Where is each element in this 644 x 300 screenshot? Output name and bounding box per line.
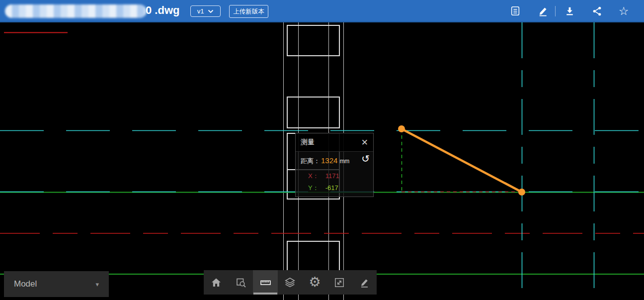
home-icon (210, 277, 222, 289)
layers-icon (284, 276, 296, 289)
share-icon[interactable] (591, 5, 603, 17)
upload-new-version-button[interactable]: 上传新版本 (229, 5, 268, 18)
distance-value: 1324 (321, 156, 337, 165)
sheet-selector-value: Model (14, 279, 37, 289)
close-icon[interactable]: ✕ (361, 138, 368, 147)
gear-icon: ⚙ (309, 276, 321, 289)
version-label: v1 (197, 7, 204, 15)
measure-endpoint-end[interactable] (518, 189, 525, 196)
caret-down-icon: ▾ (95, 281, 99, 288)
measure-popup-titlebar[interactable]: 测量 ✕ (296, 133, 373, 152)
x-coordinate-row: X：1171 (308, 170, 339, 182)
pencil-icon (358, 277, 370, 289)
download-icon[interactable] (564, 5, 575, 17)
header-divider (555, 6, 556, 16)
toolbar-annotate-button[interactable] (352, 270, 377, 295)
measure-endpoint-start[interactable] (398, 125, 405, 132)
toolbar-zoom-window-button[interactable] (229, 270, 253, 295)
sheet-selector-dropdown[interactable]: Model ▾ (4, 271, 109, 297)
y-coordinate-row: Y：-617 (308, 182, 339, 194)
toolbar-settings-button[interactable]: ⚙ (303, 270, 327, 295)
toolbar-layers-button[interactable] (278, 270, 303, 295)
reset-measure-icon[interactable]: ↺ (361, 154, 370, 164)
toolbar-fullscreen-button[interactable] (327, 270, 352, 295)
favorite-star-icon[interactable]: ☆ (618, 5, 630, 17)
distance-row: 距离： 1324 mm (301, 156, 349, 166)
dwg-viewer: 0 .dwg v1 上传新版本 (0, 0, 644, 300)
measure-popup-title: 测量 (301, 138, 315, 147)
y-label: Y： (308, 184, 319, 192)
xy-coordinates: X：1171 Y：-617 (308, 170, 339, 194)
x-label: X： (308, 172, 319, 180)
distance-unit: mm (339, 158, 349, 165)
toolbar-measure-button[interactable] (253, 270, 278, 295)
distance-label: 距离： (301, 157, 320, 166)
toolbar-home-button[interactable] (204, 270, 229, 295)
y-value: -617 (325, 184, 338, 192)
app-header: 0 .dwg v1 上传新版本 (0, 0, 644, 22)
version-dropdown[interactable]: v1 (190, 5, 221, 17)
chevron-down-icon (208, 9, 214, 13)
measure-popup: 测量 ✕ 距离： 1324 mm ↺ X：1171 Y：-617 (295, 133, 374, 197)
cyan-axis-verticals (522, 22, 594, 300)
fullscreen-icon (333, 277, 345, 289)
annotate-pencil-icon[interactable] (537, 5, 549, 17)
measure-popup-body: 距离： 1324 mm ↺ X：1171 Y：-617 (296, 152, 373, 197)
file-title: 0 .dwg (146, 0, 179, 21)
document-notes-icon[interactable] (509, 5, 521, 17)
measure-line[interactable] (398, 125, 525, 196)
filename-redacted (5, 4, 147, 18)
viewer-toolbar: ⚙ (204, 270, 377, 295)
x-value: 1171 (325, 172, 339, 180)
ruler-icon (259, 277, 272, 289)
zoom-window-icon (235, 277, 247, 289)
